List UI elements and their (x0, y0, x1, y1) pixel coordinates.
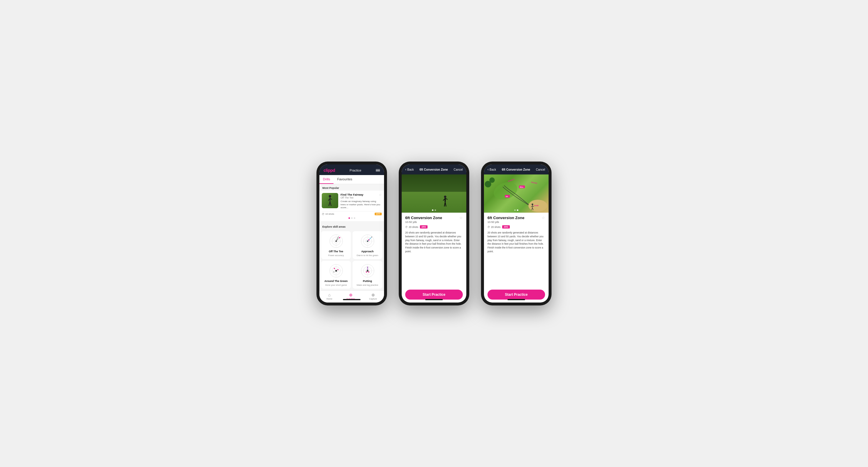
tab-favourites[interactable]: Favourites (334, 175, 355, 184)
tag-arg-3: ARG (502, 225, 510, 229)
chevron-left-icon-2: ‹ (405, 167, 406, 171)
map-svg: Miss Hit FAIRWAY ROUGH SAND (484, 174, 549, 213)
shots-count-3: 20 shots (491, 226, 500, 229)
media-dot-2 (435, 209, 436, 211)
skill-name-approach: Approach (361, 250, 373, 253)
skill-name-putting: Putting (363, 279, 372, 282)
phone-1-screen: clippd Practice Drills Favourites Most P… (319, 165, 384, 302)
drill-title-row-2: 6ft Conversion Zone ☆ (405, 215, 463, 220)
detail-header-3: ‹ Back 6ft Conversion Zone Cancel (484, 165, 549, 174)
skill-card-putting[interactable]: Putting Make and lag practice (352, 261, 382, 289)
svg-text:FAIRWAY: FAIRWAY (508, 178, 515, 182)
drill-yardage-2: 10-50 yds (405, 221, 463, 224)
putting-diagram (360, 263, 375, 278)
home-indicator-2 (425, 299, 443, 300)
detail-title-2: 6ft Conversion Zone (420, 168, 448, 171)
skill-card-off-the-tee[interactable]: Off The Tee Power accuracy (321, 231, 351, 259)
back-button-2[interactable]: ‹ Back (405, 167, 414, 171)
back-button-3[interactable]: ‹ Back (488, 167, 496, 171)
nav-capture[interactable]: ⊕ Capture (369, 293, 377, 300)
drill-main-title-3: 6ft Conversion Zone (488, 215, 525, 220)
tab-drills[interactable]: Drills (319, 175, 334, 184)
bottom-nav: ⌂ Home ⊕ Activities ⊕ Capture (319, 291, 384, 302)
drill-description: Create an imaginary fairway using trees … (341, 200, 382, 209)
app-logo: clippd (323, 168, 335, 173)
media-area-map: Miss Hit FAIRWAY ROUGH SAND (484, 174, 549, 213)
app-header: clippd Practice (319, 165, 384, 175)
skill-card-approach[interactable]: Approach Dial-in to hit the green (352, 231, 382, 259)
dot-1 (348, 218, 350, 219)
svg-point-42 (366, 271, 367, 273)
drill-yardage-3: 10-50 yds (488, 221, 545, 224)
svg-text:Miss: Miss (520, 186, 523, 188)
skill-card-around-the-green[interactable]: Around The Green Hone your short game (321, 261, 351, 289)
nav-home[interactable]: ⌂ Home (327, 293, 332, 300)
media-dot-3-2-active (517, 209, 518, 211)
svg-point-53 (489, 177, 495, 183)
svg-point-32 (337, 269, 339, 270)
off-the-tee-diagram (329, 234, 344, 249)
svg-point-0 (329, 195, 331, 197)
most-popular-label: Most Popular (319, 184, 384, 191)
drill-title-row-3: 6ft Conversion Zone ☆ (488, 215, 545, 220)
detail-content-2: 6ft Conversion Zone ☆ 10-50 yds ⏱ 20 sho… (402, 213, 466, 287)
svg-point-33 (333, 271, 334, 273)
drill-info: Find The Fairway Off The Tee Create an i… (341, 193, 382, 209)
nav-home-label: Home (327, 298, 332, 300)
svg-point-43 (368, 271, 369, 273)
phone-3: ‹ Back 6ft Conversion Zone Cancel (481, 162, 552, 305)
clock-icon-2: ⏱ (405, 226, 408, 229)
start-practice-button-2[interactable]: Start Practice (405, 290, 463, 300)
svg-point-40 (367, 267, 368, 268)
activities-icon: ⊕ (349, 293, 352, 297)
favourite-icon[interactable]: ☆ (379, 193, 382, 197)
golfer-photo-icon (442, 195, 449, 208)
skill-name-atg: Around The Green (324, 279, 348, 282)
skill-sub-atg: Hone your short game (325, 284, 347, 287)
photo-trees (402, 174, 466, 194)
svg-point-44 (444, 196, 446, 198)
detail-star-3[interactable]: ☆ (541, 215, 545, 220)
skill-name-ott: Off The Tee (329, 250, 343, 253)
menu-icon[interactable] (376, 169, 380, 172)
header-title: Practice (350, 169, 362, 172)
shots-info: ⏱ 10 shots (322, 213, 334, 215)
home-indicator-3 (507, 299, 525, 300)
media-dots-3 (514, 209, 518, 211)
svg-point-50 (491, 179, 520, 203)
media-dot-1-active (432, 209, 433, 211)
nav-capture-label: Capture (369, 298, 377, 300)
carousel-dots (322, 218, 382, 219)
detail-star-2[interactable]: ☆ (459, 215, 463, 220)
cancel-button-2[interactable]: Cancel (454, 168, 463, 171)
phone-2: ‹ Back 6ft Conversion Zone Cancel (399, 162, 469, 305)
shots-label: 10 shots (325, 213, 334, 215)
around-the-green-diagram (329, 263, 344, 278)
svg-point-30 (335, 270, 337, 272)
home-icon: ⌂ (328, 293, 331, 297)
svg-text:Hit: Hit (506, 196, 508, 197)
drill-card-find-fairway: Find The Fairway Off The Tee Create an i… (322, 193, 382, 209)
shots-count-2: 20 shots (409, 226, 418, 229)
golf-map: Miss Hit FAIRWAY ROUGH SAND (484, 174, 549, 213)
svg-point-61 (532, 204, 533, 205)
phone-3-screen: ‹ Back 6ft Conversion Zone Cancel (484, 165, 549, 302)
back-label-2: Back (407, 168, 414, 171)
home-indicator-1 (343, 299, 361, 300)
media-dot-3-1 (514, 209, 516, 211)
start-practice-button-3[interactable]: Start Practice (488, 290, 545, 300)
detail-content-3: 6ft Conversion Zone ☆ 10-50 yds ⏱ 20 sho… (484, 213, 549, 287)
skill-sub-ott: Power accuracy (328, 254, 344, 257)
drill-meta-3: ⏱ 20 shots ARG (488, 225, 545, 229)
cancel-button-3[interactable]: Cancel (536, 168, 545, 171)
golf-photo (402, 174, 466, 213)
featured-drill-card[interactable]: Find The Fairway Off The Tee Create an i… (319, 191, 384, 221)
back-label-3: Back (490, 168, 496, 171)
svg-point-41 (367, 268, 368, 270)
detail-title-3: 6ft Conversion Zone (502, 168, 530, 171)
drill-main-title-2: 6ft Conversion Zone (405, 215, 442, 220)
drill-description-3: 20 shots are randomly generated at dista… (488, 231, 545, 254)
media-dots-2 (432, 209, 436, 211)
explore-label: Explore skill areas (319, 223, 384, 229)
svg-point-14 (339, 237, 340, 238)
